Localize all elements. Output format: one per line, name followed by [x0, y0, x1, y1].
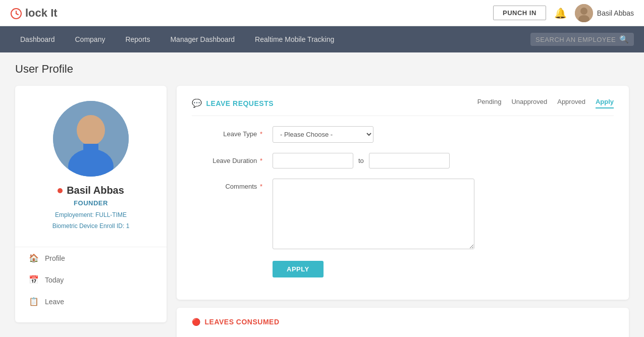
- profile-name-area: Basil Abbas: [58, 185, 124, 196]
- leave-requests-title: 💬 LEAVE REQUESTS: [192, 98, 274, 108]
- page-title: User Profile: [0, 52, 644, 81]
- content-area: Basil Abbas FOUNDER Employement: FULL-TI…: [0, 81, 644, 337]
- logo-clock-icon: [10, 6, 23, 19]
- profile-avatar: [53, 101, 129, 177]
- leave-type-select[interactable]: - Please Choose - Annual Leave Sick Leav…: [273, 126, 373, 143]
- profile-avatar-area: Basil Abbas FOUNDER Employement: FULL-TI…: [15, 86, 167, 242]
- app-logo[interactable]: lock It: [10, 6, 58, 19]
- nav-item-manager-dashboard[interactable]: Manager Dashboard: [160, 26, 245, 52]
- apply-button[interactable]: APPLY: [273, 261, 324, 277]
- tab-pending[interactable]: Pending: [477, 98, 502, 108]
- leave-duration-row: Leave Duration * to: [192, 153, 614, 168]
- profile-role: FOUNDER: [74, 199, 108, 207]
- svg-rect-9: [83, 144, 98, 154]
- home-icon: 🏠: [29, 253, 39, 263]
- nav-item-reports[interactable]: Reports: [115, 26, 160, 52]
- leave-icon: 📋: [29, 297, 39, 306]
- employee-search[interactable]: 🔍: [530, 33, 634, 46]
- svg-point-7: [77, 115, 105, 145]
- search-input[interactable]: [535, 36, 616, 43]
- apply-row: APPLY: [192, 261, 614, 277]
- leave-requests-title-text: LEAVE REQUESTS: [206, 99, 274, 107]
- profile-nav-label-leave: Leave: [45, 298, 64, 306]
- comments-row: Comments *: [192, 179, 614, 251]
- comments-textarea[interactable]: [273, 179, 474, 249]
- leave-requests-tabs: Pending Unapproved Approved Apply: [477, 98, 614, 108]
- main-panel: 💬 LEAVE REQUESTS Pending Unapproved Appr…: [177, 86, 629, 337]
- svg-line-2: [16, 14, 18, 15]
- topbar: lock It PUNCH IN 🔔 Basil Abbas: [0, 0, 644, 26]
- profile-nav-label-profile: Profile: [45, 254, 65, 262]
- topbar-right: PUNCH IN 🔔 Basil Abbas: [493, 4, 634, 22]
- profile-nav-item-leave[interactable]: 📋 Leave: [15, 291, 167, 312]
- required-marker: *: [258, 130, 262, 138]
- punch-in-button[interactable]: PUNCH IN: [493, 6, 546, 20]
- tab-approved[interactable]: Approved: [557, 98, 585, 108]
- profile-nav-item-today[interactable]: 📅 Today: [15, 269, 167, 291]
- leave-duration-control: to: [273, 153, 614, 168]
- leave-requests-header: 💬 LEAVE REQUESTS Pending Unapproved Appr…: [192, 98, 614, 116]
- required-marker-3: *: [258, 183, 262, 190]
- notification-bell-icon[interactable]: 🔔: [554, 7, 567, 19]
- logo-text: lock It: [25, 7, 58, 20]
- leave-duration-label: Leave Duration *: [192, 153, 273, 164]
- comments-label: Comments *: [192, 179, 273, 190]
- leaves-consumed-title-text: LEAVES CONSUMED: [205, 318, 280, 326]
- nav-item-dashboard[interactable]: Dashboard: [10, 26, 65, 52]
- to-label: to: [358, 157, 364, 164]
- profile-meta: Employement: FULL-TIME Biometric Device …: [52, 210, 130, 232]
- svg-point-4: [580, 8, 587, 15]
- apply-button-area: APPLY: [273, 261, 614, 277]
- leave-type-label: Leave Type *: [192, 126, 273, 138]
- user-name: Basil Abbas: [597, 9, 634, 17]
- nav-item-company[interactable]: Company: [65, 26, 116, 52]
- profile-card: Basil Abbas FOUNDER Employement: FULL-TI…: [15, 86, 167, 322]
- tab-unapproved[interactable]: Unapproved: [511, 98, 547, 108]
- employment-info: Employement: FULL-TIME: [52, 210, 130, 221]
- navbar: Dashboard Company Reports Manager Dashbo…: [0, 26, 644, 52]
- leaves-consumed-title: 🔴 LEAVES CONSUMED: [192, 318, 614, 326]
- tab-apply[interactable]: Apply: [596, 98, 614, 108]
- leave-type-row: Leave Type * - Please Choose - Annual Le…: [192, 126, 614, 143]
- leaves-icon: 🔴: [192, 318, 201, 326]
- leaves-consumed-card: 🔴 LEAVES CONSUMED: [177, 308, 629, 337]
- leave-duration-to[interactable]: [369, 153, 450, 168]
- profile-nav-label-today: Today: [45, 276, 64, 284]
- leave-duration-from[interactable]: [273, 153, 353, 168]
- biometric-info: Biometric Device Enroll ID: 1: [52, 221, 130, 232]
- profile-nav: 🏠 Profile 📅 Today 📋 Leave: [15, 247, 167, 312]
- user-menu[interactable]: Basil Abbas: [575, 4, 634, 22]
- user-avatar: [575, 4, 593, 22]
- search-icon: 🔍: [619, 35, 629, 44]
- required-marker-2: *: [258, 157, 262, 164]
- calendar-icon: 📅: [29, 275, 39, 285]
- online-status-dot: [58, 188, 63, 193]
- nav-item-realtime-tracking[interactable]: Realtime Mobile Tracking: [245, 26, 344, 52]
- leave-requests-card: 💬 LEAVE REQUESTS Pending Unapproved Appr…: [177, 86, 629, 300]
- leave-type-control: - Please Choose - Annual Leave Sick Leav…: [273, 126, 614, 143]
- profile-name: Basil Abbas: [67, 185, 124, 196]
- chat-icon: 💬: [192, 98, 202, 108]
- profile-nav-item-profile[interactable]: 🏠 Profile: [15, 247, 167, 269]
- comments-control: [273, 179, 614, 251]
